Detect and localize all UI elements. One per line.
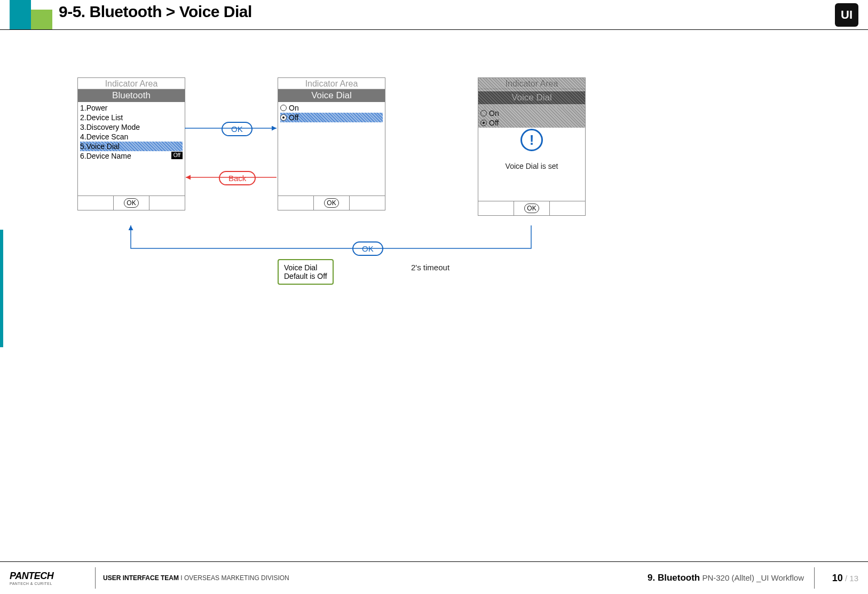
menu-item[interactable]: 6.Device NameOff (80, 151, 183, 161)
header-rule (0, 29, 868, 30)
note-box: Voice Dial Default is Off (278, 259, 334, 285)
note-line1: Voice Dial (284, 263, 327, 272)
side-accent (0, 230, 3, 347)
menu-item[interactable]: 2.Device List (80, 113, 183, 122)
note-line2: Default is Off (284, 272, 327, 280)
radio-label: Off (289, 113, 298, 122)
radio-icon (280, 114, 287, 121)
brand-logo: PANTECH PANTECH & CURITEL (0, 567, 96, 589)
page-total: / 13 (843, 574, 858, 583)
page-current: 10 (832, 573, 843, 583)
softkey-left[interactable] (278, 196, 314, 210)
bluetooth-menu-list: 1.Power2.Device List3.Discovery Mode4.De… (78, 102, 185, 162)
indicator-area: Indicator Area (278, 78, 385, 89)
phone-screen-bluetooth: Indicator Area Bluetooth 1.Power2.Device… (77, 77, 185, 210)
ui-logo-icon: UI (835, 3, 858, 27)
brand-main: PANTECH (10, 570, 95, 582)
menu-item[interactable]: 5.Voice Dial (80, 142, 183, 151)
team-bold: USER INTERFACE TEAM (103, 574, 179, 582)
flow-ok2-pill: OK (352, 241, 383, 256)
menu-item[interactable]: 3.Discovery Mode (80, 122, 183, 132)
menu-item[interactable]: 4.Device Scan (80, 132, 183, 142)
header-accent-green (31, 10, 52, 29)
ok-softkey-label: OK (524, 204, 539, 213)
softkey-left[interactable] (78, 196, 114, 210)
softkey-right[interactable] (550, 201, 585, 215)
radio-option[interactable]: Off (280, 113, 383, 122)
chapter-rest: PN-320 (Alltel) _UI Workflow (700, 573, 804, 582)
header-accent-teal (10, 0, 31, 29)
ok-softkey-label: OK (324, 198, 338, 208)
indicator-area: Indicator Area (78, 78, 185, 89)
radio-label: On (289, 103, 299, 113)
brand-sub: PANTECH & CURITEL (10, 582, 95, 585)
page-separator (814, 567, 815, 589)
timeout-label: 2's timeout (411, 263, 449, 272)
popup-message: Voice Dial is set (506, 162, 558, 170)
softkey-right[interactable] (149, 196, 185, 210)
page-number: 10 / 13 (832, 573, 858, 584)
footer: PANTECH PANTECH & CURITEL USER INTERFACE… (0, 562, 868, 594)
softkey-center[interactable]: OK (114, 196, 149, 210)
softkey-left[interactable] (478, 201, 514, 215)
screen-title: Bluetooth (78, 89, 185, 102)
radio-option[interactable]: On (280, 103, 383, 113)
dimmed-overlay (478, 107, 585, 129)
phone-screen-voice-dial-options: Indicator Area Voice Dial OnOff OK (278, 77, 385, 210)
voice-dial-radio-list: OnOff (278, 102, 385, 123)
page-title: 9-5. Bluetooth > Voice Dial (59, 3, 252, 21)
status-badge: Off (171, 152, 183, 159)
softkey-center[interactable]: OK (514, 201, 550, 215)
team-sep: I (179, 574, 184, 582)
team-div: OVERSEAS MARKETING DIVISION (184, 574, 289, 582)
radio-icon (280, 105, 287, 111)
team-label: USER INTERFACE TEAM I OVERSEAS MARKETING… (96, 574, 289, 582)
menu-item[interactable]: 1.Power (80, 103, 183, 113)
screen-title: Voice Dial (278, 89, 385, 102)
flow-ok-pill: OK (222, 122, 252, 136)
softkey-center[interactable]: OK (314, 196, 350, 210)
chapter-bold: 9. Bluetooth (648, 573, 700, 583)
dimmed-overlay (478, 78, 585, 107)
chapter-label: 9. Bluetooth PN-320 (Alltel) _UI Workflo… (648, 573, 804, 583)
softkey-right[interactable] (350, 196, 385, 210)
popup-panel: ! Voice Dial is set (478, 128, 585, 201)
info-icon: ! (520, 129, 543, 151)
ok-softkey-label: OK (124, 198, 138, 208)
phone-screen-voice-dial-confirm: Indicator Area Voice Dial OnOff ! Voice … (478, 77, 586, 216)
flow-back-pill: Back (219, 171, 256, 185)
